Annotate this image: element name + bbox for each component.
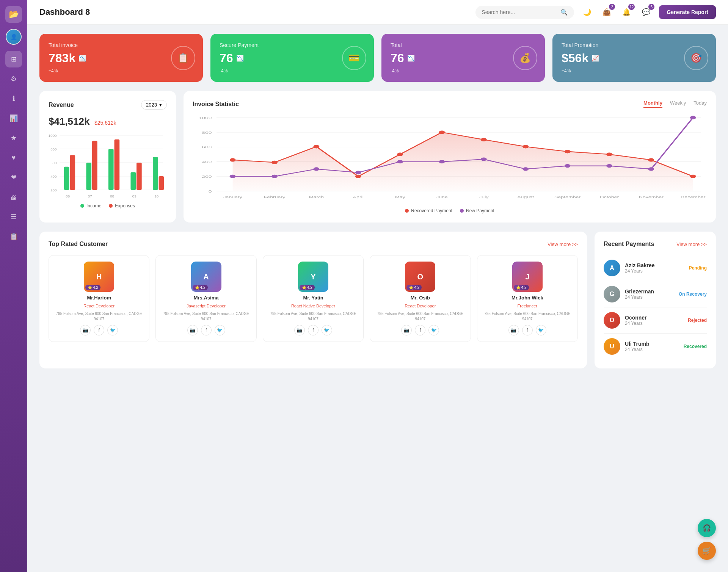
instagram-icon-2[interactable]: 📷 xyxy=(187,325,198,335)
instagram-icon-3[interactable]: 📷 xyxy=(294,325,305,335)
sidebar-item-menu[interactable]: ☰ xyxy=(5,208,22,225)
payments-header: Recent Payments View more >> xyxy=(604,241,707,248)
svg-rect-12 xyxy=(86,163,91,190)
user-avatar[interactable]: 👤 xyxy=(6,29,22,45)
tab-weekly[interactable]: Weekly xyxy=(670,100,686,108)
list-item: A ⭐ 4.2 Mrs.Asima Javascript Developer 7… xyxy=(155,255,256,342)
customer-role-5: Freelancer xyxy=(518,304,538,308)
fab-container: 🎧 🛒 xyxy=(698,519,716,560)
revenue-header: Revenue 2023 ▾ xyxy=(49,100,167,110)
social-icons-1: 📷 f 🐦 xyxy=(80,325,118,335)
svg-point-58 xyxy=(606,164,612,168)
facebook-icon-2[interactable]: f xyxy=(201,325,212,335)
customer-grid: H ⭐ 4.2 Mr.Hariom React Developer 795 Fo… xyxy=(49,255,578,342)
instagram-icon-5[interactable]: 📷 xyxy=(508,325,519,335)
customer-name-5: Mr.John Wick xyxy=(511,295,543,301)
search-bar[interactable]: 🔍 xyxy=(475,6,574,19)
svg-rect-18 xyxy=(153,157,158,190)
sidebar-item-heart2[interactable]: ❤ xyxy=(5,169,22,186)
notification-button[interactable]: 🔔 12 xyxy=(620,5,633,19)
customers-view-more[interactable]: View more >> xyxy=(548,241,578,247)
svg-text:400: 400 xyxy=(50,175,56,179)
instagram-icon-4[interactable]: 📷 xyxy=(401,325,412,335)
customer-avatar-2: A ⭐ 4.2 xyxy=(191,262,221,292)
svg-point-56 xyxy=(522,167,529,171)
wallet-button[interactable]: 👜 2 xyxy=(600,5,613,19)
customer-address-1: 795 Folsom Ave, Suite 600 San Francisco,… xyxy=(52,311,146,322)
svg-text:December: December xyxy=(681,195,706,199)
facebook-icon-3[interactable]: f xyxy=(308,325,318,335)
sidebar-item-settings[interactable]: ⚙ xyxy=(5,71,22,87)
svg-point-40 xyxy=(355,175,361,178)
facebook-icon-1[interactable]: f xyxy=(94,325,104,335)
customers-title: Top Rated Customer xyxy=(49,241,108,248)
svg-text:August: August xyxy=(517,195,534,199)
payment-name-1: Aziz Bakree xyxy=(625,262,684,268)
payment-change: -4% xyxy=(220,68,365,74)
sidebar-item-heart[interactable]: ♥ xyxy=(5,149,22,166)
stat-card-invoice: Total invoice 783k 📉 +4% 📋 xyxy=(39,34,203,82)
facebook-icon-5[interactable]: f xyxy=(522,325,533,335)
svg-point-44 xyxy=(522,145,529,148)
sidebar-item-print[interactable]: 🖨 xyxy=(5,189,22,205)
year-select[interactable]: 2023 ▾ xyxy=(141,100,167,110)
tab-today[interactable]: Today xyxy=(693,100,707,108)
payments-view-more[interactable]: View more >> xyxy=(676,241,707,247)
payment-age-2: 24 Years xyxy=(625,295,674,300)
invoice-statistic-title: Invoice Statistic xyxy=(193,101,239,108)
heart2-icon: ❤ xyxy=(11,173,17,182)
revenue-amount-row: $41,512k $25,612k xyxy=(49,116,167,127)
stat-card-promotion: Total Promotion $56k 📈 +4% 🎯 xyxy=(552,34,716,82)
list-item: H ⭐ 4.2 Mr.Hariom React Developer 795 Fo… xyxy=(49,255,149,342)
chat-button[interactable]: 💬 5 xyxy=(639,5,653,19)
generate-report-button[interactable]: Generate Report xyxy=(659,5,716,19)
instagram-icon-1[interactable]: 📷 xyxy=(80,325,91,335)
sidebar-item-dashboard[interactable]: ⊞ xyxy=(5,51,22,67)
twitter-icon-4[interactable]: 🐦 xyxy=(428,325,439,335)
twitter-icon-3[interactable]: 🐦 xyxy=(322,325,332,335)
sidebar-item-analytics[interactable]: 📊 xyxy=(5,110,22,127)
moon-icon: 🌙 xyxy=(583,8,591,16)
social-icons-2: 📷 f 🐦 xyxy=(187,325,225,335)
revenue-title: Revenue xyxy=(49,102,74,108)
payment-info-1: Aziz Bakree 24 Years xyxy=(625,262,684,274)
customer-role-2: Javascript Developer xyxy=(187,304,226,308)
payment-status-2: On Recovery xyxy=(679,291,707,297)
twitter-icon-2[interactable]: 🐦 xyxy=(215,325,225,335)
sidebar-item-list[interactable]: 📋 xyxy=(5,228,22,245)
svg-text:April: April xyxy=(353,195,364,199)
customer-name-2: Mrs.Asima xyxy=(194,295,219,301)
svg-point-49 xyxy=(230,175,236,178)
revenue-legend: Income Expenses xyxy=(49,203,167,208)
cart-fab[interactable]: 🛒 xyxy=(698,542,716,560)
theme-toggle-button[interactable]: 🌙 xyxy=(580,5,594,19)
bottom-row: Top Rated Customer View more >> H ⭐ 4.2 … xyxy=(39,232,716,368)
svg-text:1000: 1000 xyxy=(49,134,56,138)
sidebar-item-star[interactable]: ★ xyxy=(5,130,22,146)
svg-rect-17 xyxy=(136,163,142,190)
payment-status-4: Recovered xyxy=(684,344,707,349)
svg-rect-13 xyxy=(92,141,97,190)
svg-point-45 xyxy=(565,150,571,153)
tab-monthly[interactable]: Monthly xyxy=(643,100,662,108)
list-item: G Griezerman 24 Years On Recovery xyxy=(604,281,707,307)
income-legend: Income xyxy=(80,203,101,208)
twitter-icon-1[interactable]: 🐦 xyxy=(107,325,118,335)
svg-text:July: July xyxy=(479,195,488,199)
svg-text:June: June xyxy=(436,195,448,199)
sidebar-logo[interactable]: 📂 xyxy=(5,6,22,23)
twitter-icon-5[interactable]: 🐦 xyxy=(536,325,546,335)
promotion-change: +4% xyxy=(562,68,707,74)
payment-status-1: Pending xyxy=(689,265,707,271)
customer-name-4: Mr. Osib xyxy=(411,295,430,301)
svg-text:January: January xyxy=(223,195,242,199)
sidebar-item-info[interactable]: ℹ xyxy=(5,90,22,107)
support-fab[interactable]: 🎧 xyxy=(698,519,716,537)
page-title: Dashboard 8 xyxy=(39,7,469,17)
svg-rect-14 xyxy=(108,149,114,190)
search-input[interactable] xyxy=(482,9,557,15)
customer-role-3: React Native Developer xyxy=(291,304,335,308)
facebook-icon-4[interactable]: f xyxy=(415,325,425,335)
svg-point-52 xyxy=(355,171,361,174)
payment-icon: 💳 xyxy=(342,46,366,70)
